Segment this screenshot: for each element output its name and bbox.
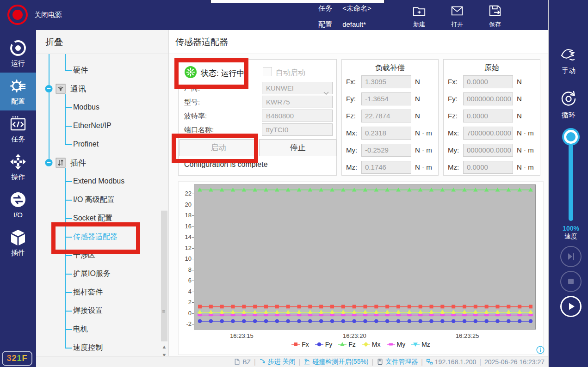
row-value: 0.0000: [463, 75, 513, 88]
network-icon: [426, 358, 433, 365]
row-unit: N · m: [415, 163, 432, 171]
y-axis-tick-mark: [192, 205, 194, 205]
legend-item-Fz[interactable]: Fz: [338, 341, 356, 348]
tree-scrollbar[interactable]: ≡: [161, 210, 167, 342]
autostart-checkbox[interactable]: [263, 67, 272, 76]
speed-label: 速度: [552, 232, 588, 241]
tree-item-9[interactable]: 传感器适配器: [73, 232, 118, 242]
action-label: 打开: [445, 20, 469, 29]
tree-item-12[interactable]: 摇杆套件: [73, 287, 103, 297]
field-input[interactable]: B460800: [262, 110, 333, 122]
row-unit: N · m: [517, 163, 534, 171]
sidebar-item-io[interactable]: I/O: [0, 186, 36, 224]
y-axis-tick-label: 20: [179, 201, 192, 208]
vendor-select[interactable]: KUNWEI: [262, 82, 333, 94]
tree-item-6[interactable]: Extend Modbus: [73, 177, 124, 185]
badge-char: 3: [6, 354, 12, 363]
statusbar-separator: |: [299, 358, 301, 366]
clipped-window-strip: [210, 0, 384, 3]
row-label: Mz:: [346, 163, 357, 171]
legend-item-Fy[interactable]: Fy: [315, 341, 333, 348]
tree-item-15[interactable]: 速度控制: [73, 343, 103, 353]
file-manager-icon: [377, 358, 384, 365]
legend-item-My[interactable]: My: [387, 341, 406, 348]
tree-scrollbar-thumb[interactable]: ≡: [161, 211, 167, 341]
badge-char: 2: [12, 354, 17, 363]
y-axis-tick-label: 2: [179, 299, 192, 306]
row-unit: N: [517, 112, 522, 120]
new-button[interactable]: 新建: [407, 4, 431, 29]
speed-slider-handle[interactable]: [564, 130, 578, 144]
task-label: 任务: [318, 4, 334, 13]
open-file-icon: [450, 4, 464, 18]
autostart-label: 自动启动: [276, 68, 305, 78]
tree-item-10[interactable]: 干涉区: [73, 251, 95, 260]
row-label: Fx:: [346, 78, 356, 86]
row-label: My:: [448, 146, 459, 154]
y-axis-tick-mark: [192, 292, 194, 292]
sidebar-item-operate[interactable]: 操作: [0, 148, 36, 186]
tree-item-3[interactable]: EtherNet/IP: [73, 122, 111, 130]
field-input[interactable]: KWR75: [262, 96, 333, 108]
sidebar-item-run[interactable]: 运行: [0, 35, 36, 73]
manual-mode-button[interactable]: 手动: [549, 44, 588, 75]
tree-collapse-toggle[interactable]: [45, 159, 53, 167]
open-button[interactable]: 打开: [445, 4, 469, 29]
stop-button[interactable]: 停止: [259, 139, 336, 156]
tree-item-clipped: ▪▪▪▪: [73, 54, 84, 57]
info-icon[interactable]: [536, 346, 545, 354]
field-input[interactable]: ttyTCI0: [262, 123, 333, 136]
file-manager-button[interactable]: 文件管理器: [377, 358, 418, 366]
legend-item-Fx[interactable]: Fx: [291, 341, 309, 348]
row-unit: N: [517, 95, 522, 103]
ip-address: 192.168.1.200: [426, 358, 477, 366]
row-value: 22.7874: [361, 110, 411, 122]
tree-item-7[interactable]: I/O 高级配置: [73, 195, 115, 205]
sidebar-item-task[interactable]: 任务: [0, 110, 36, 148]
tree-item-4[interactable]: Profinet: [73, 140, 99, 148]
tree-item-0[interactable]: 硬件: [73, 66, 88, 75]
stop-button[interactable]: [560, 271, 582, 292]
sidebar-item-config[interactable]: 配置: [0, 73, 36, 110]
sidebar-item-plugin[interactable]: 插件: [0, 224, 36, 262]
scroll-down-icon[interactable]: ▼: [161, 351, 167, 356]
tree-item-14[interactable]: 电机: [73, 324, 88, 334]
save-button[interactable]: 保存: [483, 4, 507, 29]
speed-slider-track[interactable]: [569, 137, 573, 221]
row-unit: N · m: [517, 146, 534, 154]
tree-item-11[interactable]: 扩展IO服务: [73, 269, 111, 279]
collision-indicator[interactable]: 碰撞检测开启(55%): [303, 358, 368, 366]
y-axis-tick-label: -2: [179, 320, 192, 327]
legend-item-Mx[interactable]: Mx: [362, 341, 381, 348]
tree-group-5[interactable]: 插件: [70, 158, 86, 168]
skip-next-button[interactable]: [560, 246, 582, 267]
legend-label: Fz: [348, 341, 356, 348]
step-mode-toggle[interactable]: 步进 关闭: [259, 358, 296, 366]
status-badge: 321F: [2, 351, 32, 366]
app-root: 关闭电源 任务 <未命名> 配置 default* 新建打开保存 运行配置任务操…: [0, 0, 588, 367]
tree-collapse-toggle[interactable]: [45, 85, 53, 93]
legend-item-Mz[interactable]: Mz: [411, 341, 430, 348]
tree-item-2[interactable]: Modbus: [73, 103, 99, 111]
play-button[interactable]: [560, 296, 582, 317]
power-button[interactable]: [7, 5, 28, 25]
sidebar-item-label: 插件: [0, 249, 36, 257]
status-running-icon: [184, 66, 197, 79]
scroll-up-icon[interactable]: ▲: [161, 343, 167, 350]
collapse-button[interactable]: 折叠: [36, 30, 168, 54]
run-icon: [9, 39, 27, 57]
sensor-config-panel: 状态: 运行中 自动启动 厂商:KUNWEI型号:KWR75波特率:B46080…: [178, 59, 337, 176]
page-title: 传感器适配器: [169, 30, 548, 54]
y-axis-tick-label: 22: [179, 190, 192, 197]
statusbar-separator: |: [254, 358, 256, 366]
loop-mode-button[interactable]: 循环: [549, 89, 588, 120]
raw-data-panel: 原始 Fx:0.0000NFy:0000000.0000NFz:0.0000NM…: [443, 59, 540, 176]
row-unit: N: [415, 95, 420, 103]
save-icon: [488, 4, 502, 18]
start-button[interactable]: 启动: [179, 139, 257, 156]
tree-item-13[interactable]: 焊接设置: [73, 306, 103, 316]
field-label: 型号:: [184, 98, 200, 107]
y-axis-tick-label: 8: [179, 266, 192, 273]
tree-item-8[interactable]: Socket 配置: [73, 214, 112, 223]
tree-group-1[interactable]: 通讯: [70, 84, 86, 94]
